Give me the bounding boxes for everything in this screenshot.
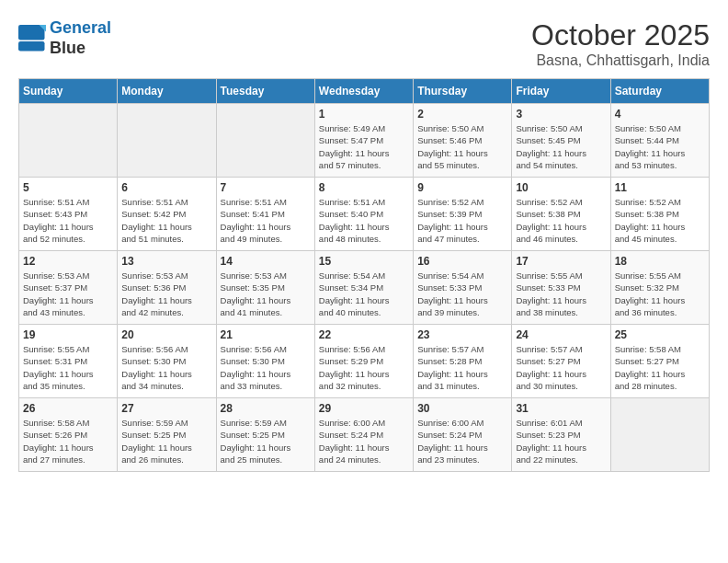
calendar-cell: 15Sunrise: 5:54 AM Sunset: 5:34 PM Dayli… [314,251,413,325]
day-number: 15 [319,255,409,268]
day-number: 24 [516,328,606,341]
calendar-cell: 16Sunrise: 5:54 AM Sunset: 5:33 PM Dayli… [414,251,512,325]
calendar-cell: 20Sunrise: 5:56 AM Sunset: 5:30 PM Dayli… [118,325,216,398]
day-info: Sunrise: 5:50 AM Sunset: 5:46 PM Dayligh… [417,122,507,171]
day-number: 5 [23,181,113,194]
day-number: 2 [417,108,507,121]
calendar-cell [19,104,118,178]
day-number: 27 [121,402,211,415]
day-info: Sunrise: 5:52 AM Sunset: 5:38 PM Dayligh… [516,196,606,245]
calendar-table: SundayMondayTuesdayWednesdayThursdayFrid… [18,78,710,472]
week-row-4: 19Sunrise: 5:55 AM Sunset: 5:31 PM Dayli… [19,325,710,398]
calendar-cell: 11Sunrise: 5:52 AM Sunset: 5:38 PM Dayli… [610,178,709,251]
day-number: 29 [319,402,409,415]
calendar-cell: 14Sunrise: 5:53 AM Sunset: 5:35 PM Dayli… [216,251,314,325]
day-info: Sunrise: 5:59 AM Sunset: 5:25 PM Dayligh… [221,417,311,465]
calendar-cell: 10Sunrise: 5:52 AM Sunset: 5:38 PM Dayli… [512,178,610,251]
day-number: 6 [121,181,211,194]
day-number: 1 [319,108,409,121]
week-row-5: 26Sunrise: 5:58 AM Sunset: 5:26 PM Dayli… [19,398,710,472]
calendar-cell: 24Sunrise: 5:57 AM Sunset: 5:27 PM Dayli… [512,325,610,398]
calendar-cell: 31Sunrise: 6:01 AM Sunset: 5:23 PM Dayli… [512,398,610,472]
day-info: Sunrise: 5:55 AM Sunset: 5:32 PM Dayligh… [615,270,705,318]
calendar-cell: 28Sunrise: 5:59 AM Sunset: 5:25 PM Dayli… [216,398,314,472]
day-info: Sunrise: 5:56 AM Sunset: 5:29 PM Dayligh… [319,343,409,392]
svg-rect-1 [18,41,45,52]
week-row-2: 5Sunrise: 5:51 AM Sunset: 5:43 PM Daylig… [19,178,710,251]
day-number: 9 [417,181,507,194]
day-info: Sunrise: 5:51 AM Sunset: 5:40 PM Dayligh… [319,196,409,245]
day-number: 25 [615,328,705,341]
weekday-header-monday: Monday [118,79,216,104]
calendar-cell: 26Sunrise: 5:58 AM Sunset: 5:26 PM Dayli… [19,398,118,472]
day-number: 16 [417,255,507,268]
day-number: 10 [516,181,606,194]
day-number: 31 [516,402,606,415]
day-number: 11 [615,181,705,194]
day-info: Sunrise: 5:52 AM Sunset: 5:39 PM Dayligh… [417,196,507,245]
calendar-cell: 8Sunrise: 5:51 AM Sunset: 5:40 PM Daylig… [314,178,413,251]
calendar-cell [610,398,709,472]
weekday-header-wednesday: Wednesday [314,79,413,104]
calendar-cell: 1Sunrise: 5:49 AM Sunset: 5:47 PM Daylig… [314,104,413,178]
day-number: 8 [319,181,409,194]
day-number: 22 [319,328,409,341]
calendar-cell [216,104,314,178]
logo-line1: General [50,18,111,37]
day-info: Sunrise: 5:57 AM Sunset: 5:27 PM Dayligh… [516,343,606,392]
calendar-cell: 19Sunrise: 5:55 AM Sunset: 5:31 PM Dayli… [19,325,118,398]
calendar-cell: 3Sunrise: 5:50 AM Sunset: 5:45 PM Daylig… [512,104,610,178]
day-number: 20 [121,328,211,341]
week-row-1: 1Sunrise: 5:49 AM Sunset: 5:47 PM Daylig… [19,104,710,178]
day-number: 18 [615,255,705,268]
day-number: 14 [221,255,311,268]
day-info: Sunrise: 5:58 AM Sunset: 5:27 PM Dayligh… [615,343,705,392]
calendar-cell: 23Sunrise: 5:57 AM Sunset: 5:28 PM Dayli… [414,325,512,398]
day-info: Sunrise: 5:58 AM Sunset: 5:26 PM Dayligh… [23,417,113,465]
calendar-cell: 29Sunrise: 6:00 AM Sunset: 5:24 PM Dayli… [314,398,413,472]
weekday-header-saturday: Saturday [610,79,709,104]
logo-line2: Blue [50,39,111,59]
calendar-cell: 6Sunrise: 5:51 AM Sunset: 5:42 PM Daylig… [118,178,216,251]
day-number: 3 [516,108,606,121]
day-number: 23 [417,328,507,341]
calendar-cell: 12Sunrise: 5:53 AM Sunset: 5:37 PM Dayli… [19,251,118,325]
calendar-cell: 17Sunrise: 5:55 AM Sunset: 5:33 PM Dayli… [512,251,610,325]
day-number: 4 [615,108,705,121]
day-info: Sunrise: 6:01 AM Sunset: 5:23 PM Dayligh… [516,417,606,465]
day-info: Sunrise: 5:56 AM Sunset: 5:30 PM Dayligh… [221,343,311,392]
day-number: 26 [23,402,113,415]
day-info: Sunrise: 5:53 AM Sunset: 5:35 PM Dayligh… [221,270,311,318]
day-info: Sunrise: 5:51 AM Sunset: 5:43 PM Dayligh… [23,196,113,245]
day-info: Sunrise: 5:51 AM Sunset: 5:41 PM Dayligh… [221,196,311,245]
calendar-cell [118,104,216,178]
calendar-title: October 2025 [531,18,710,52]
day-number: 7 [221,181,311,194]
day-info: Sunrise: 5:55 AM Sunset: 5:33 PM Dayligh… [516,270,606,318]
day-info: Sunrise: 6:00 AM Sunset: 5:24 PM Dayligh… [319,417,409,465]
logo-icon [18,25,46,52]
weekday-header-friday: Friday [512,79,610,104]
weekday-header-row: SundayMondayTuesdayWednesdayThursdayFrid… [19,79,710,104]
day-number: 19 [23,328,113,341]
day-info: Sunrise: 5:52 AM Sunset: 5:38 PM Dayligh… [615,196,705,245]
day-info: Sunrise: 5:53 AM Sunset: 5:36 PM Dayligh… [121,270,211,318]
day-info: Sunrise: 5:56 AM Sunset: 5:30 PM Dayligh… [121,343,211,392]
day-info: Sunrise: 5:59 AM Sunset: 5:25 PM Dayligh… [121,417,211,465]
header: General Blue October 2025 Basna, Chhatti… [18,18,710,69]
calendar-cell: 18Sunrise: 5:55 AM Sunset: 5:32 PM Dayli… [610,251,709,325]
day-number: 21 [221,328,311,341]
day-info: Sunrise: 6:00 AM Sunset: 5:24 PM Dayligh… [417,417,507,465]
calendar-cell: 13Sunrise: 5:53 AM Sunset: 5:36 PM Dayli… [118,251,216,325]
calendar-cell: 4Sunrise: 5:50 AM Sunset: 5:44 PM Daylig… [610,104,709,178]
calendar-cell: 22Sunrise: 5:56 AM Sunset: 5:29 PM Dayli… [314,325,413,398]
day-info: Sunrise: 5:53 AM Sunset: 5:37 PM Dayligh… [23,270,113,318]
day-info: Sunrise: 5:55 AM Sunset: 5:31 PM Dayligh… [23,343,113,392]
logo: General Blue [18,18,111,58]
week-row-3: 12Sunrise: 5:53 AM Sunset: 5:37 PM Dayli… [19,251,710,325]
calendar-cell: 27Sunrise: 5:59 AM Sunset: 5:25 PM Dayli… [118,398,216,472]
day-number: 30 [417,402,507,415]
weekday-header-thursday: Thursday [414,79,512,104]
logo-text: General Blue [50,18,111,58]
calendar-cell: 2Sunrise: 5:50 AM Sunset: 5:46 PM Daylig… [414,104,512,178]
